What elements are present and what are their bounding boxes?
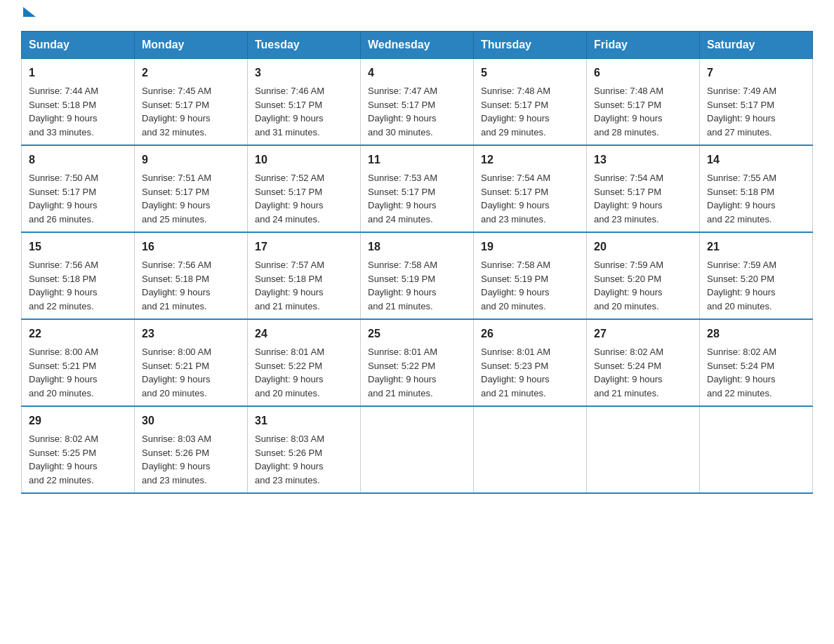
sunset-label: Sunset: 5:18 PM — [142, 274, 209, 284]
sunrise-label: Sunrise: 7:55 AM — [707, 173, 776, 183]
day-number: 9 — [142, 152, 240, 168]
calendar-cell: 7 Sunrise: 7:49 AM Sunset: 5:17 PM Dayli… — [700, 59, 813, 146]
day-number: 23 — [142, 326, 240, 342]
sunrise-label: Sunrise: 7:50 AM — [29, 173, 98, 183]
sunset-label: Sunset: 5:17 PM — [29, 187, 96, 197]
calendar-cell — [700, 406, 813, 493]
daylight-continued: and 20 minutes. — [142, 388, 207, 398]
day-number: 30 — [142, 412, 240, 429]
daylight-continued: and 21 minutes. — [368, 388, 433, 398]
sunset-label: Sunset: 5:24 PM — [707, 361, 774, 371]
sunset-label: Sunset: 5:25 PM — [29, 448, 96, 458]
daylight-continued: and 21 minutes. — [255, 301, 320, 311]
day-of-week-header: Friday — [587, 32, 700, 59]
daylight-label: Daylight: 9 hours — [142, 200, 211, 210]
day-number: 3 — [255, 65, 353, 81]
daylight-continued: and 27 minutes. — [707, 127, 772, 137]
sunset-label: Sunset: 5:26 PM — [142, 448, 209, 458]
sunset-label: Sunset: 5:18 PM — [707, 187, 774, 197]
sunset-label: Sunset: 5:17 PM — [255, 100, 322, 110]
calendar-cell: 17 Sunrise: 7:57 AM Sunset: 5:18 PM Dayl… — [248, 232, 361, 319]
sunrise-label: Sunrise: 7:52 AM — [255, 173, 324, 183]
sunset-label: Sunset: 5:21 PM — [29, 361, 96, 371]
sunset-label: Sunset: 5:17 PM — [142, 187, 209, 197]
sunrise-label: Sunrise: 8:03 AM — [255, 434, 324, 444]
logo-triangle-icon — [23, 7, 36, 17]
calendar-cell: 31 Sunrise: 8:03 AM Sunset: 5:26 PM Dayl… — [248, 406, 361, 493]
calendar-cell: 13 Sunrise: 7:54 AM Sunset: 5:17 PM Dayl… — [587, 145, 700, 232]
daylight-label: Daylight: 9 hours — [142, 287, 211, 297]
daylight-label: Daylight: 9 hours — [481, 200, 550, 210]
daylight-continued: and 24 minutes. — [255, 214, 320, 224]
daylight-label: Daylight: 9 hours — [368, 200, 437, 210]
sunset-label: Sunset: 5:21 PM — [142, 361, 209, 371]
page-header — [21, 14, 813, 17]
daylight-label: Daylight: 9 hours — [707, 200, 776, 210]
day-number: 7 — [707, 65, 805, 81]
calendar-cell — [587, 406, 700, 493]
sunrise-label: Sunrise: 7:49 AM — [707, 86, 776, 96]
calendar-cell: 10 Sunrise: 7:52 AM Sunset: 5:17 PM Dayl… — [248, 145, 361, 232]
calendar-week-row: 8 Sunrise: 7:50 AM Sunset: 5:17 PM Dayli… — [22, 145, 813, 232]
sunset-label: Sunset: 5:23 PM — [481, 361, 548, 371]
day-number: 21 — [707, 239, 805, 255]
sunrise-label: Sunrise: 7:59 AM — [707, 260, 776, 270]
daylight-continued: and 22 minutes. — [707, 388, 772, 398]
sunset-label: Sunset: 5:17 PM — [255, 187, 322, 197]
sunrise-label: Sunrise: 7:48 AM — [481, 86, 550, 96]
sunset-label: Sunset: 5:17 PM — [368, 100, 435, 110]
daylight-label: Daylight: 9 hours — [594, 287, 663, 297]
day-number: 24 — [255, 326, 353, 342]
sunset-label: Sunset: 5:17 PM — [594, 187, 661, 197]
daylight-label: Daylight: 9 hours — [707, 287, 776, 297]
sunset-label: Sunset: 5:19 PM — [368, 274, 435, 284]
day-number: 27 — [594, 326, 692, 342]
sunrise-label: Sunrise: 7:51 AM — [142, 173, 211, 183]
daylight-continued: and 31 minutes. — [255, 127, 320, 137]
daylight-continued: and 23 minutes. — [594, 214, 659, 224]
sunrise-label: Sunrise: 7:54 AM — [481, 173, 550, 183]
daylight-continued: and 21 minutes. — [481, 388, 546, 398]
calendar-cell: 11 Sunrise: 7:53 AM Sunset: 5:17 PM Dayl… — [361, 145, 474, 232]
daylight-label: Daylight: 9 hours — [368, 374, 437, 384]
sunset-label: Sunset: 5:22 PM — [255, 361, 322, 371]
day-of-week-header: Monday — [135, 32, 248, 59]
daylight-label: Daylight: 9 hours — [594, 113, 663, 123]
calendar-cell: 6 Sunrise: 7:48 AM Sunset: 5:17 PM Dayli… — [587, 59, 700, 146]
calendar-header-row: SundayMondayTuesdayWednesdayThursdayFrid… — [22, 32, 813, 59]
day-number: 15 — [29, 239, 127, 255]
daylight-label: Daylight: 9 hours — [255, 287, 324, 297]
sunset-label: Sunset: 5:17 PM — [368, 187, 435, 197]
daylight-label: Daylight: 9 hours — [142, 374, 211, 384]
sunrise-label: Sunrise: 7:58 AM — [368, 260, 437, 270]
daylight-continued: and 21 minutes. — [142, 301, 207, 311]
calendar-cell: 3 Sunrise: 7:46 AM Sunset: 5:17 PM Dayli… — [248, 59, 361, 146]
daylight-label: Daylight: 9 hours — [29, 287, 98, 297]
daylight-continued: and 20 minutes. — [29, 388, 94, 398]
sunset-label: Sunset: 5:17 PM — [142, 100, 209, 110]
daylight-label: Daylight: 9 hours — [29, 461, 98, 471]
calendar-cell: 14 Sunrise: 7:55 AM Sunset: 5:18 PM Dayl… — [700, 145, 813, 232]
day-of-week-header: Saturday — [700, 32, 813, 59]
daylight-continued: and 30 minutes. — [368, 127, 433, 137]
daylight-continued: and 23 minutes. — [142, 475, 207, 485]
day-number: 18 — [368, 239, 466, 255]
daylight-label: Daylight: 9 hours — [142, 461, 211, 471]
calendar-cell: 5 Sunrise: 7:48 AM Sunset: 5:17 PM Dayli… — [474, 59, 587, 146]
daylight-label: Daylight: 9 hours — [142, 113, 211, 123]
daylight-label: Daylight: 9 hours — [255, 461, 324, 471]
daylight-continued: and 22 minutes. — [707, 214, 772, 224]
sunrise-label: Sunrise: 8:02 AM — [707, 347, 776, 357]
daylight-continued: and 21 minutes. — [368, 301, 433, 311]
sunset-label: Sunset: 5:26 PM — [255, 448, 322, 458]
day-number: 29 — [29, 412, 127, 429]
day-number: 1 — [29, 65, 127, 81]
day-of-week-header: Tuesday — [248, 32, 361, 59]
calendar-cell: 23 Sunrise: 8:00 AM Sunset: 5:21 PM Dayl… — [135, 319, 248, 406]
sunset-label: Sunset: 5:18 PM — [255, 274, 322, 284]
day-number: 26 — [481, 326, 579, 342]
calendar-cell: 22 Sunrise: 8:00 AM Sunset: 5:21 PM Dayl… — [22, 319, 135, 406]
sunrise-label: Sunrise: 8:00 AM — [29, 347, 98, 357]
sunset-label: Sunset: 5:22 PM — [368, 361, 435, 371]
daylight-label: Daylight: 9 hours — [481, 287, 550, 297]
